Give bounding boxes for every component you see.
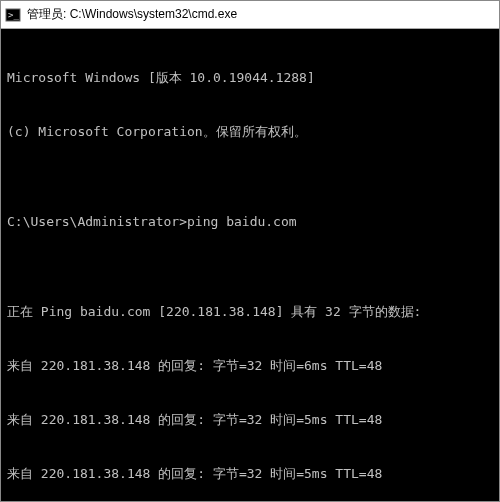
cmd-icon: >_	[5, 7, 21, 23]
terminal-line: C:\Users\Administrator>ping baidu.com	[7, 213, 493, 231]
terminal-line: 来自 220.181.38.148 的回复: 字节=32 时间=6ms TTL=…	[7, 357, 493, 375]
terminal-line: 来自 220.181.38.148 的回复: 字节=32 时间=5ms TTL=…	[7, 465, 493, 483]
terminal-line: (c) Microsoft Corporation。保留所有权利。	[7, 123, 493, 141]
titlebar[interactable]: >_ 管理员: C:\Windows\system32\cmd.exe	[1, 1, 499, 29]
cmd-window: >_ 管理员: C:\Windows\system32\cmd.exe Micr…	[0, 0, 500, 502]
window-title: 管理员: C:\Windows\system32\cmd.exe	[27, 6, 495, 23]
terminal-line: Microsoft Windows [版本 10.0.19044.1288]	[7, 69, 493, 87]
svg-text:>_: >_	[8, 10, 19, 20]
terminal-line: 来自 220.181.38.148 的回复: 字节=32 时间=5ms TTL=…	[7, 411, 493, 429]
terminal-output[interactable]: Microsoft Windows [版本 10.0.19044.1288] (…	[1, 29, 499, 501]
terminal-line: 正在 Ping baidu.com [220.181.38.148] 具有 32…	[7, 303, 493, 321]
